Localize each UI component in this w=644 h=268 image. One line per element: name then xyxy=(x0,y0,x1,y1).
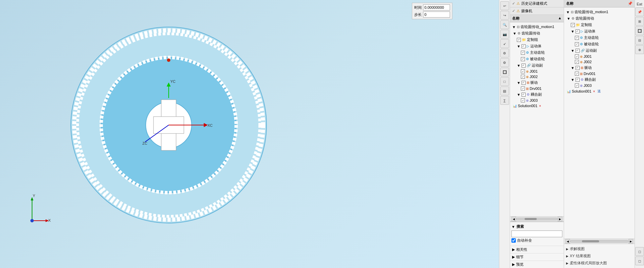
tree-item-j001[interactable]: ⊕ J001 xyxy=(510,69,564,74)
settings2-btn[interactable]: ⚙ xyxy=(500,58,509,67)
box2-btn[interactable]: □ xyxy=(500,77,509,86)
props-check-pair[interactable] xyxy=(576,49,580,53)
props-item-custom[interactable]: 📁 定制组 xyxy=(564,22,635,28)
box3-btn[interactable]: 🔲 xyxy=(635,26,644,35)
props-scroll-track[interactable] xyxy=(570,240,628,243)
tree-check-drive-section[interactable] xyxy=(522,81,526,85)
tree-check-driven[interactable] xyxy=(521,57,525,61)
tree-item-drive-gear[interactable]: ⚙ 主动齿轮 xyxy=(510,49,564,56)
grid-btn[interactable]: ▤ xyxy=(500,87,509,95)
props-item-motion-pair[interactable]: ▼ 🔗 运动副 xyxy=(564,47,635,54)
props-item-solution001[interactable]: 📊 Solution001 × 送 xyxy=(564,88,635,94)
flex-body-link[interactable]: ▶ 柔性体模式局部放大图 xyxy=(566,260,633,267)
relevance-section[interactable]: ▶ 相关性 xyxy=(510,246,564,253)
detail-section[interactable]: ▶ 细节 xyxy=(510,253,564,261)
sum-btn[interactable]: ∑ xyxy=(500,96,509,105)
props-check-drive-section[interactable] xyxy=(576,66,580,70)
props-check-drive[interactable] xyxy=(575,36,579,40)
props-scroll-right[interactable]: ▶ xyxy=(628,239,633,244)
search-input[interactable] xyxy=(511,230,562,237)
scroll-track[interactable] xyxy=(516,218,558,220)
props-solution-link[interactable]: 送 xyxy=(597,89,601,94)
tree-check-coupling[interactable] xyxy=(522,93,526,97)
tree-item-gear-trans[interactable]: ▼ ⚙ 齿轮圆传动 xyxy=(510,30,564,36)
props-icon-driven-gear: ⚙ xyxy=(580,42,583,46)
tree-item-root[interactable]: ▼ ⊟ 齿轮圆传动_motion1 xyxy=(510,24,564,30)
tree-item-solution001[interactable]: 📊 Solution001 × xyxy=(510,103,564,108)
tree-check-drv001[interactable] xyxy=(521,87,525,91)
scroll-right-btn[interactable]: ▶ xyxy=(558,217,562,221)
tree-item-j003[interactable]: ⊕ J003 xyxy=(510,98,564,103)
props-item-coupling[interactable]: ▼ ⚙ 耦合副 xyxy=(564,76,635,83)
grid2-btn[interactable]: ⊞ xyxy=(635,17,644,26)
scroll-left-btn[interactable]: ◀ xyxy=(511,217,516,221)
tree-icon-drive-gear: ⚙ xyxy=(526,51,529,54)
box-btn[interactable]: 🔲 xyxy=(500,68,509,76)
right-tool2[interactable]: ◻ xyxy=(635,257,644,265)
tree-check-custom[interactable] xyxy=(517,38,521,42)
xy-result-link[interactable]: ▶ XY 结果视图 xyxy=(566,252,633,260)
minus-btn[interactable]: ⊟ xyxy=(635,36,644,45)
props-label-pair: 运动副 xyxy=(586,48,597,53)
tree-check-motion[interactable] xyxy=(522,44,526,48)
props-check-custom[interactable] xyxy=(571,23,575,27)
props-item-motion-body[interactable]: ▼ ▷ 运动体 xyxy=(564,28,635,34)
tree-item-drv001[interactable]: ⊞ Drv001 xyxy=(510,86,564,91)
props-item-drv001[interactable]: ⊞ Drv001 xyxy=(564,71,635,76)
props-item-j001[interactable]: ⊕ J001 xyxy=(564,54,635,59)
props-item-j003[interactable]: ⊕ J003 xyxy=(564,83,635,88)
tree-check-pair[interactable] xyxy=(522,64,526,68)
props-check-j001[interactable] xyxy=(575,54,579,58)
props-icon-j001: ⊕ xyxy=(580,55,583,58)
plus-btn[interactable]: ⊕ xyxy=(635,45,644,54)
props-item-root[interactable]: ▼ ⊟ 齿轮圆传动_motion1 xyxy=(564,9,635,15)
tree-item-custom[interactable]: 📁 定制组 xyxy=(510,36,564,43)
time-input[interactable] xyxy=(423,4,450,10)
props-hscrollbar[interactable]: ◀ ▶ xyxy=(564,239,635,244)
search-header[interactable]: ▼ 搜索 xyxy=(511,223,562,230)
autocomplete-checkbox[interactable] xyxy=(511,238,516,243)
props-item-j002[interactable]: ⊕ J002 xyxy=(564,59,635,65)
tree-item-drive[interactable]: ▼ ⊞ 驱动 xyxy=(510,79,564,86)
props-check-coupling[interactable] xyxy=(576,78,580,82)
props-item-drive[interactable]: ▼ ⊞ 驱动 xyxy=(564,65,635,71)
props-check-drv001[interactable] xyxy=(575,72,579,76)
step-input[interactable] xyxy=(423,11,450,18)
detail-label: 细节 xyxy=(516,254,524,260)
props-label-motion: 运动体 xyxy=(584,29,595,34)
redo-btn[interactable]: ↪ xyxy=(500,11,509,20)
tree-check-j001[interactable] xyxy=(521,69,525,73)
preview-section[interactable]: ▶ 预览 xyxy=(510,261,564,268)
tree-label-solution: Solution001 xyxy=(518,104,537,108)
tree-check-j003[interactable] xyxy=(521,98,525,102)
props-check-driven[interactable] xyxy=(575,42,579,46)
tree-check-drive[interactable] xyxy=(521,51,525,55)
settings-btn[interactable]: ⚙ xyxy=(500,49,509,57)
pin-btn[interactable]: 📌 xyxy=(635,7,644,16)
tree-panel-title: 名称 xyxy=(512,16,520,21)
props-icon-drive-section: ⊞ xyxy=(581,66,583,70)
right-tool1[interactable]: ◻ xyxy=(635,247,644,256)
undo-btn[interactable]: ↩ xyxy=(500,1,509,10)
tree-label-coupling: 耦合副 xyxy=(531,92,542,97)
props-scroll-left[interactable]: ◀ xyxy=(565,239,570,244)
tree-item-coupling[interactable]: ▼ ⚙ 耦合副 xyxy=(510,91,564,98)
tree-item-driven-gear[interactable]: ⚙ 被动齿轮 xyxy=(510,56,564,62)
camera-btn[interactable]: 📷 xyxy=(500,30,509,39)
tree-check-j002[interactable] xyxy=(521,75,525,79)
tree-hscrollbar[interactable]: ◀ ▶ xyxy=(510,216,564,222)
viewport-toolbar: ↩ ↪ 🔍 📷 ↙ ⚙ ⚙ 🔲 □ ▤ ∑ xyxy=(499,0,510,268)
zoom-btn[interactable]: 🔍 xyxy=(500,20,509,29)
props-check-j002[interactable] xyxy=(575,60,579,64)
tree-item-motion-body[interactable]: ▼ ▷ 运动体 xyxy=(510,43,564,49)
props-item-driven-gear[interactable]: ⚙ 被动齿轮 xyxy=(564,41,635,47)
props-item-gear-trans[interactable]: ▼ ⚙ 齿轮圆传动 xyxy=(564,15,635,22)
tree-icon-custom: 📁 xyxy=(522,38,526,42)
props-check-j003[interactable] xyxy=(575,83,579,88)
props-item-drive-gear[interactable]: ⚙ 主动齿轮 xyxy=(564,34,635,41)
solve-view-link[interactable]: ▶ 求解视图 xyxy=(566,245,633,252)
fit-btn[interactable]: ↙ xyxy=(500,39,509,48)
tree-item-motion-pair[interactable]: ▼ 🔗 运动副 xyxy=(510,62,564,69)
props-check-motion[interactable] xyxy=(576,29,580,33)
tree-item-j002[interactable]: ⊕ J002 xyxy=(510,74,564,79)
